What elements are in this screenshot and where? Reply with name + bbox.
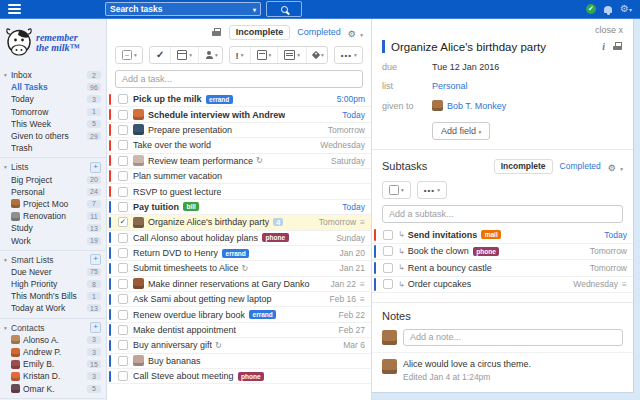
add-field-button[interactable]: Add field ▾ <box>432 122 490 140</box>
sidebar-item-today[interactable]: Today3 <box>0 93 106 105</box>
postpone-button[interactable]: ▾ <box>250 47 278 63</box>
task-row[interactable]: Make dinner reservations at Gary DankoJa… <box>107 277 371 292</box>
add-subtask-input[interactable]: Add a subtask... <box>382 205 623 223</box>
subtask-row[interactable]: ↳Order cupcakesWednesday≡ <box>372 277 633 294</box>
task-checkbox[interactable] <box>118 140 128 150</box>
field-value-text[interactable]: Bob T. Monkey <box>447 101 506 111</box>
sidebar-item-big-project[interactable]: Big Project20 <box>0 174 106 186</box>
sidebar-item-kristan-d[interactable]: Kristan D.3 <box>0 370 106 382</box>
select-subtasks-button[interactable]: ▾ <box>383 182 410 198</box>
sidebar-item-high-priority[interactable]: High Priority8 <box>0 278 106 290</box>
sidebar-section-header-contacts[interactable]: ▾Contacts+ <box>0 322 106 334</box>
subtask-more-button[interactable]: •••▾ <box>418 182 446 198</box>
sidebar-item-alonso-a[interactable]: Alonso A.3 <box>0 334 106 346</box>
sidebar-item-work[interactable]: Work19 <box>0 234 106 246</box>
sidebar-section-header-lists[interactable]: ▾Lists+ <box>0 161 106 173</box>
task-checkbox[interactable] <box>383 230 393 240</box>
info-icon[interactable]: i <box>602 41 605 52</box>
sidebar-item-study[interactable]: Study13 <box>0 222 106 234</box>
close-panel-button[interactable]: close x <box>595 25 623 35</box>
tag-pill[interactable]: errand <box>206 95 233 104</box>
subtasks-tab-completed[interactable]: Completed <box>560 161 601 171</box>
more-actions-button[interactable]: •••▾ <box>335 47 363 63</box>
select-tasks-button[interactable]: –▾ <box>116 47 143 63</box>
task-checkbox[interactable] <box>383 246 393 256</box>
task-row[interactable]: Call Steve about meetingphone <box>107 369 371 384</box>
notifications-bell-icon[interactable] <box>604 6 612 13</box>
sidebar-item-renovation[interactable]: Renovation11 <box>0 210 106 222</box>
add-lists-button[interactable]: + <box>90 162 101 173</box>
tag-button[interactable]: ▾ <box>306 47 328 63</box>
task-checkbox[interactable] <box>118 294 128 304</box>
due-date-button[interactable]: ▾ <box>170 47 198 63</box>
tag-pill[interactable]: errand <box>222 249 249 258</box>
tag-pill[interactable]: bill <box>183 202 199 211</box>
print-icon[interactable] <box>212 28 222 37</box>
task-row[interactable]: Renew overdue library bookerrandFeb 22 <box>107 307 371 322</box>
sidebar-item-given-to-others[interactable]: Given to others29 <box>0 130 106 142</box>
task-checkbox[interactable] <box>118 325 128 335</box>
task-checkbox[interactable] <box>118 110 128 120</box>
task-row[interactable]: Buy anniversary gift↻Mar 6 <box>107 338 371 353</box>
task-row[interactable]: Schedule interview with AndrewToday <box>107 107 371 122</box>
task-checkbox[interactable] <box>383 279 393 289</box>
task-row[interactable]: Review team performance↻Saturday <box>107 154 371 169</box>
move-to-list-button[interactable]: ▾ <box>277 47 306 63</box>
sidebar-item-inbox[interactable]: ▾Inbox2 <box>0 69 106 81</box>
task-checkbox[interactable] <box>118 371 128 381</box>
chevron-down-icon[interactable]: ▾ <box>253 6 256 13</box>
task-checkbox[interactable] <box>118 263 128 273</box>
tab-completed[interactable]: Completed <box>297 27 341 37</box>
subtask-row[interactable]: ↳Send invitationsmailToday <box>372 227 633 244</box>
tag-pill[interactable]: errand <box>249 310 276 319</box>
task-row[interactable]: Submit timesheets to Alice↻Jan 21 <box>107 261 371 276</box>
task-checkbox[interactable] <box>118 94 128 104</box>
chevron-down-icon[interactable]: ▾ <box>4 72 11 78</box>
sidebar-item-due-never[interactable]: Due Never75 <box>0 266 106 278</box>
add-smart-lists-button[interactable]: + <box>90 254 101 265</box>
search-button[interactable] <box>266 1 302 17</box>
task-row[interactable]: RSVP to guest lecture <box>107 184 371 199</box>
add-task-input[interactable]: Add a task... <box>115 70 363 88</box>
settings-gear-icon[interactable]: ⚙▾ <box>620 4 632 15</box>
add-contacts-button[interactable]: + <box>90 322 101 333</box>
field-value-text[interactable]: Personal <box>432 81 468 91</box>
field-value[interactable]: Personal <box>432 81 468 91</box>
sidebar-item-omar-k[interactable]: Omar K.5 <box>0 383 106 395</box>
complete-task-button[interactable]: ✓ <box>150 47 170 63</box>
menu-icon[interactable] <box>8 2 21 16</box>
tag-pill[interactable]: phone <box>262 233 289 242</box>
task-row[interactable]: Make dentist appointmentFeb 27 <box>107 323 371 338</box>
tag-pill[interactable]: mail <box>481 230 501 239</box>
task-checkbox[interactable] <box>118 279 128 289</box>
tab-incomplete[interactable]: Incomplete <box>229 25 291 40</box>
sync-status-icon[interactable]: ✓ <box>586 4 596 14</box>
task-checkbox[interactable]: ✓ <box>118 217 128 227</box>
tag-pill[interactable]: phone <box>238 372 265 381</box>
task-row[interactable]: ✓Organize Alice's birthday party4Tomorro… <box>107 215 371 230</box>
sidebar-item-trash[interactable]: Trash <box>0 142 106 154</box>
sidebar-item-this-week[interactable]: This Week5 <box>0 118 106 130</box>
note-item[interactable]: Alice would love a circus theme. Edited … <box>372 352 633 384</box>
task-checkbox[interactable] <box>118 310 128 320</box>
sidebar-item-andrew-p[interactable]: Andrew P.3 <box>0 346 106 358</box>
task-checkbox[interactable] <box>118 248 128 258</box>
subtask-row[interactable]: ↳Rent a bouncy castleTomorrow <box>372 260 633 277</box>
print-task-icon[interactable] <box>613 42 623 51</box>
subtasks-tab-incomplete[interactable]: Incomplete <box>494 159 553 174</box>
list-settings-gear[interactable]: ⚙ ▾ <box>348 23 363 41</box>
add-note-input[interactable]: Add a note... <box>403 329 623 346</box>
task-checkbox[interactable] <box>118 340 128 350</box>
task-checkbox[interactable] <box>118 202 128 212</box>
task-checkbox[interactable] <box>118 356 128 366</box>
task-checkbox[interactable] <box>118 156 128 166</box>
sidebar-item-all-tasks[interactable]: All Tasks96 <box>0 81 106 93</box>
task-row[interactable]: Call Alonso about holiday plansphoneSund… <box>107 231 371 246</box>
sidebar-item-this-month-s-bills[interactable]: This Month's Bills1 <box>0 290 106 302</box>
sidebar-item-today-at-work[interactable]: Today at Work13 <box>0 302 106 314</box>
assign-contact-button[interactable]: ▾ <box>198 47 222 63</box>
subtask-row[interactable]: ↳Book the clownphoneTomorrow <box>372 244 633 261</box>
task-checkbox[interactable] <box>118 125 128 135</box>
task-checkbox[interactable] <box>118 187 128 197</box>
priority-button[interactable]: !▾ <box>230 47 250 63</box>
